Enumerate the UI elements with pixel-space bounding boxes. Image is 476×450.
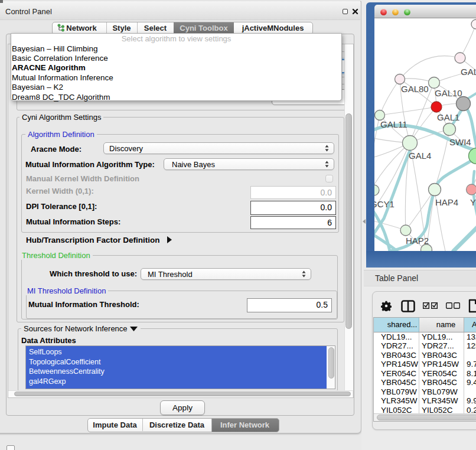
svg-text:GAL4: GAL4: [409, 151, 431, 161]
svg-text:GAL8: GAL8: [461, 67, 476, 77]
svg-text:YP: YP: [470, 197, 476, 207]
svg-text:GAL1: GAL1: [437, 112, 459, 122]
svg-text:GAL10: GAL10: [435, 88, 462, 98]
svg-text:GAL11: GAL11: [380, 119, 407, 129]
svg-text:GAL80: GAL80: [401, 84, 429, 94]
svg-text:HAP4: HAP4: [435, 197, 458, 207]
svg-text:HAP2: HAP2: [406, 236, 429, 246]
svg-text:SWI4: SWI4: [449, 137, 471, 147]
svg-text:GCY1: GCY1: [374, 199, 395, 209]
